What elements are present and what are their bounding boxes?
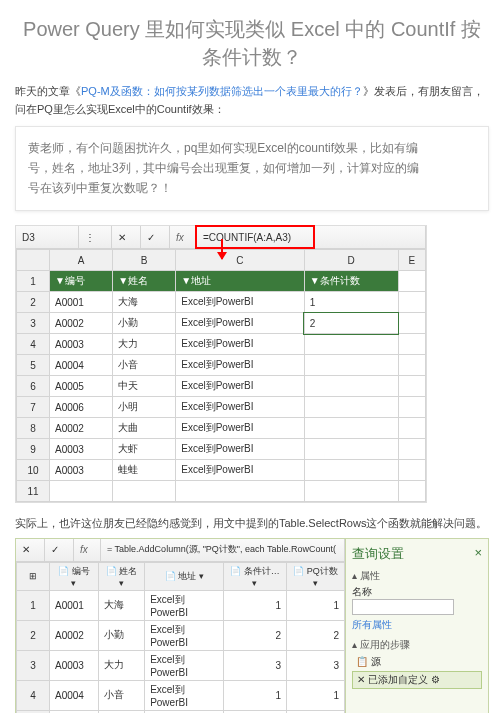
quote-box: 黄老师，有个问题困扰许久，pq里如何实现Excel的countif效果，比如有编…: [15, 126, 489, 211]
pq-grid: ⊞📄 编号 ▾📄 姓名 ▾📄 地址 ▾📄 条件计… ▾📄 PQ计数 ▾ 1A00…: [16, 562, 345, 713]
name-box: D3: [16, 226, 79, 248]
red-arrow: [221, 239, 223, 259]
step-added-custom[interactable]: ✕ 已添加自定义 ⚙: [352, 671, 482, 689]
close-icon[interactable]: ×: [474, 545, 482, 563]
query-settings-panel: 查询设置× ▴ 属性 名称 所有属性 ▴ 应用的步骤 📋 源 ✕ 已添加自定义 …: [345, 539, 488, 713]
page-title: Power Query 里如何实现类似 Excel 中的 CountIf 按条件…: [15, 15, 489, 71]
fx-icon: fx: [170, 226, 197, 248]
formula-bar: =COUNTIF(A:A,A3): [197, 226, 426, 248]
article-link[interactable]: PQ-M及函数：如何按某列数据筛选出一个表里最大的行？: [81, 85, 363, 97]
excel-screenshot: D3 ⋮ ✕ ✓ fx =COUNTIF(A:A,A3) ABCDE 1▼编号▼…: [15, 225, 427, 503]
excel-grid: ABCDE 1▼编号▼姓名▼地址▼条件计数 2A0001大海Excel到Powe…: [16, 249, 426, 502]
intro-paragraph: 昨天的文章《PQ-M及函数：如何按某列数据筛选出一个表里最大的行？》发表后，有朋…: [15, 83, 489, 118]
step-source[interactable]: 📋 源: [352, 654, 482, 670]
mid-paragraph: 实际上，也许这位朋友已经隐约感觉到，用文中提到的Table.SelectRows…: [15, 515, 489, 533]
pq-screenshot: ✕✓ fx = Table.AddColumn(源, "PQ计数", each …: [15, 538, 489, 713]
